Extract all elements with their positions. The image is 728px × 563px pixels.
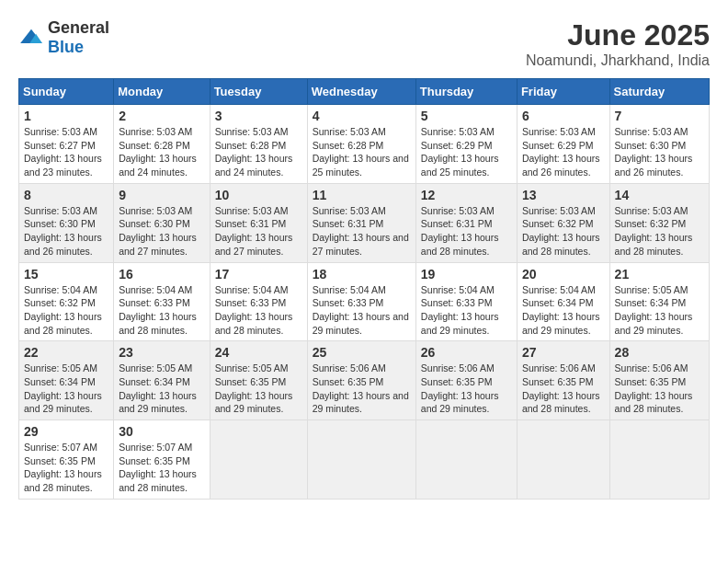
logo-text-general: General (48, 18, 109, 37)
day-info: Sunrise: 5:06 AM Sunset: 6:35 PM Dayligh… (313, 362, 411, 416)
day-info: Sunrise: 5:03 AM Sunset: 6:31 PM Dayligh… (215, 204, 302, 259)
day-info: Sunrise: 5:03 AM Sunset: 6:31 PM Dayligh… (421, 204, 512, 259)
day-number: 20 (522, 267, 605, 282)
calendar-cell: 4 Sunrise: 5:03 AM Sunset: 6:28 PM Dayli… (307, 105, 415, 184)
day-info: Sunrise: 5:03 AM Sunset: 6:27 PM Dayligh… (24, 125, 108, 179)
calendar-cell: 28 Sunrise: 5:06 AM Sunset: 6:35 PM Dayl… (609, 341, 709, 420)
calendar-cell: 19 Sunrise: 5:04 AM Sunset: 6:33 PM Dayl… (415, 262, 517, 341)
day-number: 16 (119, 267, 204, 282)
calendar-cell: 6 Sunrise: 5:03 AM Sunset: 6:29 PM Dayli… (517, 105, 609, 184)
day-info: Sunrise: 5:03 AM Sunset: 6:28 PM Dayligh… (313, 125, 411, 179)
calendar-cell: 22 Sunrise: 5:05 AM Sunset: 6:34 PM Dayl… (19, 341, 114, 420)
day-number: 13 (522, 188, 605, 202)
calendar-cell: 9 Sunrise: 5:03 AM Sunset: 6:30 PM Dayli… (114, 183, 210, 262)
day-number: 24 (215, 345, 302, 360)
calendar-cell: 8 Sunrise: 5:03 AM Sunset: 6:30 PM Dayli… (19, 183, 114, 262)
day-info: Sunrise: 5:03 AM Sunset: 6:30 PM Dayligh… (24, 204, 108, 259)
page-header: General Blue June 2025 Noamundi, Jharkha… (18, 18, 710, 69)
calendar-cell (609, 420, 709, 500)
day-number: 3 (215, 109, 302, 123)
day-info: Sunrise: 5:06 AM Sunset: 6:35 PM Dayligh… (522, 362, 605, 416)
day-number: 26 (421, 345, 512, 360)
logo: General Blue (18, 18, 109, 57)
calendar-week-row: 1 Sunrise: 5:03 AM Sunset: 6:27 PM Dayli… (19, 105, 710, 184)
day-number: 17 (215, 267, 302, 282)
calendar-cell: 2 Sunrise: 5:03 AM Sunset: 6:28 PM Dayli… (114, 105, 210, 184)
calendar-week-row: 8 Sunrise: 5:03 AM Sunset: 6:30 PM Dayli… (19, 183, 710, 262)
day-number: 4 (313, 109, 411, 123)
header-sunday: Sunday (19, 79, 114, 105)
calendar-cell: 7 Sunrise: 5:03 AM Sunset: 6:30 PM Dayli… (609, 105, 709, 184)
day-number: 29 (24, 424, 108, 439)
day-number: 9 (119, 188, 204, 202)
calendar-cell: 25 Sunrise: 5:06 AM Sunset: 6:35 PM Dayl… (307, 341, 415, 420)
day-info: Sunrise: 5:03 AM Sunset: 6:28 PM Dayligh… (119, 125, 204, 179)
calendar-cell: 17 Sunrise: 5:04 AM Sunset: 6:33 PM Dayl… (210, 262, 307, 341)
header-tuesday: Tuesday (210, 79, 307, 105)
day-number: 8 (24, 188, 108, 202)
day-info: Sunrise: 5:04 AM Sunset: 6:33 PM Dayligh… (421, 283, 512, 338)
day-number: 19 (421, 267, 512, 282)
day-number: 2 (119, 109, 204, 123)
day-info: Sunrise: 5:04 AM Sunset: 6:34 PM Dayligh… (522, 283, 605, 338)
calendar-cell: 13 Sunrise: 5:03 AM Sunset: 6:32 PM Dayl… (517, 183, 609, 262)
day-number: 7 (615, 109, 704, 123)
day-info: Sunrise: 5:04 AM Sunset: 6:32 PM Dayligh… (24, 283, 108, 338)
calendar-cell: 5 Sunrise: 5:03 AM Sunset: 6:29 PM Dayli… (415, 105, 517, 184)
header-saturday: Saturday (609, 79, 709, 105)
day-info: Sunrise: 5:04 AM Sunset: 6:33 PM Dayligh… (313, 283, 411, 338)
header-monday: Monday (114, 79, 210, 105)
day-info: Sunrise: 5:03 AM Sunset: 6:30 PM Dayligh… (119, 204, 204, 259)
day-info: Sunrise: 5:03 AM Sunset: 6:30 PM Dayligh… (615, 125, 704, 179)
calendar-cell: 1 Sunrise: 5:03 AM Sunset: 6:27 PM Dayli… (19, 105, 114, 184)
day-number: 25 (313, 345, 411, 360)
calendar-cell: 30 Sunrise: 5:07 AM Sunset: 6:35 PM Dayl… (114, 420, 210, 500)
day-info: Sunrise: 5:05 AM Sunset: 6:35 PM Dayligh… (215, 362, 302, 416)
day-info: Sunrise: 5:05 AM Sunset: 6:34 PM Dayligh… (24, 362, 108, 416)
calendar-cell: 3 Sunrise: 5:03 AM Sunset: 6:28 PM Dayli… (210, 105, 307, 184)
day-info: Sunrise: 5:04 AM Sunset: 6:33 PM Dayligh… (119, 283, 204, 338)
calendar-cell: 21 Sunrise: 5:05 AM Sunset: 6:34 PM Dayl… (609, 262, 709, 341)
calendar-header-row: SundayMondayTuesdayWednesdayThursdayFrid… (19, 79, 710, 105)
main-title: June 2025 (526, 18, 710, 52)
calendar-cell: 26 Sunrise: 5:06 AM Sunset: 6:35 PM Dayl… (415, 341, 517, 420)
day-number: 10 (215, 188, 302, 202)
calendar-week-row: 22 Sunrise: 5:05 AM Sunset: 6:34 PM Dayl… (19, 341, 710, 420)
day-info: Sunrise: 5:03 AM Sunset: 6:31 PM Dayligh… (313, 204, 411, 259)
calendar-cell: 27 Sunrise: 5:06 AM Sunset: 6:35 PM Dayl… (517, 341, 609, 420)
day-number: 12 (421, 188, 512, 202)
calendar-cell (210, 420, 307, 500)
title-area: June 2025 Noamundi, Jharkhand, India (526, 18, 710, 69)
day-number: 22 (24, 345, 108, 360)
calendar-cell: 14 Sunrise: 5:03 AM Sunset: 6:32 PM Dayl… (609, 183, 709, 262)
calendar-cell: 24 Sunrise: 5:05 AM Sunset: 6:35 PM Dayl… (210, 341, 307, 420)
day-info: Sunrise: 5:04 AM Sunset: 6:33 PM Dayligh… (215, 283, 302, 338)
calendar-cell: 20 Sunrise: 5:04 AM Sunset: 6:34 PM Dayl… (517, 262, 609, 341)
calendar-cell (307, 420, 415, 500)
day-number: 30 (119, 424, 204, 439)
day-number: 23 (119, 345, 204, 360)
logo-text-blue: Blue (48, 38, 84, 56)
day-number: 5 (421, 109, 512, 123)
day-info: Sunrise: 5:03 AM Sunset: 6:29 PM Dayligh… (421, 125, 512, 179)
calendar-cell: 18 Sunrise: 5:04 AM Sunset: 6:33 PM Dayl… (307, 262, 415, 341)
calendar-week-row: 29 Sunrise: 5:07 AM Sunset: 6:35 PM Dayl… (19, 420, 710, 500)
calendar-cell (517, 420, 609, 500)
calendar-cell: 29 Sunrise: 5:07 AM Sunset: 6:35 PM Dayl… (19, 420, 114, 500)
day-info: Sunrise: 5:06 AM Sunset: 6:35 PM Dayligh… (615, 362, 704, 416)
day-number: 18 (313, 267, 411, 282)
header-thursday: Thursday (415, 79, 517, 105)
logo-icon (18, 28, 44, 48)
day-info: Sunrise: 5:05 AM Sunset: 6:34 PM Dayligh… (119, 362, 204, 416)
calendar-cell: 12 Sunrise: 5:03 AM Sunset: 6:31 PM Dayl… (415, 183, 517, 262)
calendar-cell: 16 Sunrise: 5:04 AM Sunset: 6:33 PM Dayl… (114, 262, 210, 341)
calendar-table: SundayMondayTuesdayWednesdayThursdayFrid… (18, 78, 710, 500)
day-info: Sunrise: 5:03 AM Sunset: 6:32 PM Dayligh… (615, 204, 704, 259)
calendar-week-row: 15 Sunrise: 5:04 AM Sunset: 6:32 PM Dayl… (19, 262, 710, 341)
day-number: 14 (615, 188, 704, 202)
header-wednesday: Wednesday (307, 79, 415, 105)
header-friday: Friday (517, 79, 609, 105)
day-info: Sunrise: 5:07 AM Sunset: 6:35 PM Dayligh… (24, 441, 108, 495)
calendar-cell: 23 Sunrise: 5:05 AM Sunset: 6:34 PM Dayl… (114, 341, 210, 420)
day-number: 15 (24, 267, 108, 282)
